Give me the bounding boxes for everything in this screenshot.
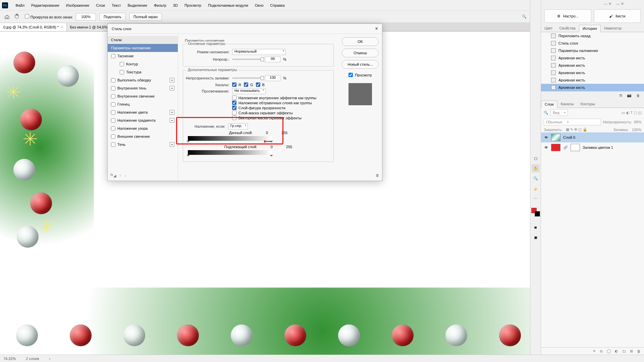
style-item[interactable]: Выполнить обводку+ [108,76,178,84]
zoom-tool[interactable]: 🔍 [532,174,540,182]
history-item[interactable]: Переложить назад [541,32,644,40]
folder-icon[interactable]: 🗀 [622,349,626,353]
fullscreen-button[interactable]: Полный экран [129,13,162,21]
tab-history[interactable]: История [579,25,601,32]
style-item[interactable]: Текстура [108,68,178,76]
add-icon[interactable]: + [170,86,174,90]
under-layer-gradient[interactable] [188,150,272,155]
styles-header[interactable]: Стили [111,38,122,42]
artboard-icon[interactable]: ▢ [532,154,540,162]
search-icon[interactable]: 🔍 [522,14,527,19]
style-item[interactable]: Тиснение [108,52,178,60]
zoom-input[interactable]: 100% [76,13,96,20]
doc-tab-1[interactable]: Без имени-1 @ 54,6% [67,23,111,31]
history-item[interactable]: Параметры наложения [541,47,644,54]
hand-tool-icon[interactable] [14,13,21,20]
menu-text[interactable]: Текст [108,2,124,9]
fit-button[interactable]: Подогнать [99,13,126,21]
snapshot-icon[interactable]: ⧉ [620,93,622,98]
link-icon[interactable]: ⚭ [593,349,596,353]
opacity-slider[interactable] [232,59,262,60]
scroll-all-checkbox[interactable]: Прокрутка во всех окнах [25,14,72,19]
channel-r[interactable] [232,82,236,87]
knockout-select[interactable]: Не показывать [232,88,266,94]
channel-g[interactable] [244,82,248,87]
blendif-select[interactable]: Гр.сер. [228,123,248,129]
style-item[interactable]: Наложение градиента+ [108,116,178,124]
menu-window[interactable]: Окно [252,2,267,9]
history-item[interactable]: Архивная кисть [541,76,644,84]
add-icon[interactable]: + [170,142,174,147]
history-item[interactable]: Архивная кисть [541,54,644,62]
layer-row-0[interactable]: 👁 Слой 0 [541,132,644,142]
tab-navigator[interactable]: Навигатор [601,25,625,32]
style-item[interactable]: Тень+ [108,140,178,148]
close-icon[interactable]: ✕ [375,26,378,31]
trash-icon[interactable]: 🗑 [637,349,641,353]
chk-vmask-fx[interactable] [232,116,236,120]
tab-channels[interactable]: Каналы [557,101,577,108]
blend-mode-select[interactable]: Обычные [544,119,601,125]
status-zoom[interactable]: 74,32% [3,357,16,361]
chk-clip-fx[interactable] [232,101,236,105]
tab-color[interactable]: Цвет [541,25,556,32]
panel-minimize[interactable]: — ✕ [604,2,611,6]
screenmode-icon[interactable]: ▣ [532,233,540,241]
banana-icon[interactable]: 🍌 [532,184,540,192]
menu-view[interactable]: Просмотр [181,2,205,9]
panel-minimize-2[interactable]: — ✕ [616,2,624,6]
chk-trans-shape[interactable] [232,106,236,110]
history-item[interactable]: Архивная кисть [541,62,644,69]
style-item[interactable]: Внутреннее свечение [108,92,178,100]
history-item[interactable]: Архивная кисть [541,69,644,76]
menu-help[interactable]: Справка [267,2,288,9]
blend-mode-select[interactable]: Нормальный [232,49,286,55]
add-icon[interactable]: + [170,110,174,115]
menu-image[interactable]: Изображение [63,2,93,9]
quickmask-icon[interactable]: ◙ [532,223,540,231]
tab-properties[interactable]: Свойства [556,25,579,32]
chk-inner-fx[interactable] [232,96,236,100]
status-arrow[interactable]: › [49,357,51,361]
style-item[interactable]: Внешнее свечение [108,132,178,140]
tab-layers[interactable]: Слои [541,101,557,108]
opacity-value[interactable]: 99% [634,120,641,124]
preview-checkbox[interactable] [348,73,353,77]
style-item[interactable]: Внутренняя тень+ [108,84,178,92]
mask-icon[interactable]: ◯ [607,349,611,353]
cancel-button[interactable]: Отмена [342,49,379,57]
home-icon[interactable] [3,13,11,20]
layer-filter[interactable]: Вид [550,109,568,116]
menu-layers[interactable]: Слои [93,2,108,9]
opacity-input[interactable]: 99 [265,56,280,62]
channel-b[interactable] [256,82,260,87]
search-icon[interactable]: 🔍 [544,111,548,115]
fill-opacity-input[interactable]: 100 [265,75,280,81]
style-item[interactable]: Глянец [108,100,178,108]
layer-row-1[interactable]: 👁 🔗 Заливка цветом 1 [541,142,644,153]
fill-value[interactable]: 100% [632,128,641,132]
fill-opacity-slider[interactable] [232,77,262,79]
dock-settings[interactable]: ⚙Настро... [544,9,591,23]
menu-3d[interactable]: 3D [170,2,181,9]
arrow-down-icon[interactable]: ↓ [124,173,126,177]
history-item[interactable]: Архивная кисть [541,84,644,91]
menu-file[interactable]: Файл [12,2,28,9]
style-item[interactable]: Параметры наложения [108,44,178,52]
arrow-up-icon[interactable]: ↑ [119,173,121,177]
style-item[interactable]: Наложение узора [108,124,178,132]
dock-brushes[interactable]: 🖌Кисти [594,9,641,23]
menu-plugins[interactable]: Подключаемые модули [205,2,252,9]
color-swatches[interactable] [531,208,540,217]
tab-paths[interactable]: Контуры [577,101,598,108]
menu-filter[interactable]: Фильтр [151,2,170,9]
adjustment-icon[interactable]: ◐ [615,349,618,353]
close-icon[interactable]: × [61,25,63,29]
style-item[interactable]: Наложение цвета+ [108,108,178,116]
add-icon[interactable]: + [170,118,174,123]
hand-tool[interactable]: ✋ [532,164,540,172]
new-style-button[interactable]: Новый стиль... [342,60,379,69]
history-item[interactable]: Стиль слоя [541,40,644,47]
visibility-icon[interactable]: 👁 [544,145,548,149]
fx-icon[interactable]: fx [600,349,603,353]
